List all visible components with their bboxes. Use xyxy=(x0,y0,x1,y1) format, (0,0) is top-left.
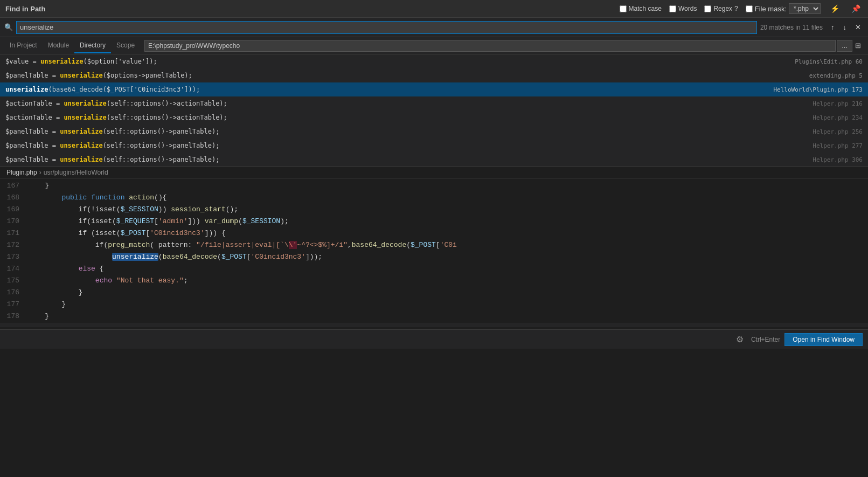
line-content: public function action(){ xyxy=(28,192,868,204)
line-content: else { xyxy=(28,264,868,275)
code-line-170: 170 if(isset($_REQUEST['admin'])) var_du… xyxy=(0,216,868,228)
code-line-172: 172 if(preg_match( pattern: "/file|asser… xyxy=(0,240,868,252)
result-item[interactable]: $panelTable = unserialize(self::options(… xyxy=(0,125,868,139)
line-number: 177 xyxy=(0,299,28,310)
result-code: $panelTable = unserialize($options->pane… xyxy=(5,72,804,79)
toolbar-title: Find in Path xyxy=(5,5,45,13)
tab-directory[interactable]: Directory xyxy=(74,38,111,53)
code-line-171: 171 if (isset($_POST['C0incid3nc3'])) { xyxy=(0,228,868,240)
words-checkbox[interactable] xyxy=(669,5,676,12)
result-item[interactable]: $actionTable = unserialize(self::options… xyxy=(0,110,868,125)
result-file: HelloWorld\Plugin.php 173 xyxy=(773,86,863,93)
next-match-button[interactable]: ↓ xyxy=(841,22,850,32)
line-content: if(isset($_REQUEST['admin'])) var_dump($… xyxy=(28,216,868,227)
tab-scope[interactable]: Scope xyxy=(111,38,140,53)
results-list: $value = unserialize($option['value']); … xyxy=(0,54,868,167)
line-content: unserialize(base64_decode($_POST['C0inci… xyxy=(28,252,868,263)
code-line-178: 178 } xyxy=(0,311,868,323)
line-number: 178 xyxy=(0,311,28,322)
horizontal-scrollbar[interactable] xyxy=(0,323,868,327)
regex-label: Regex xyxy=(713,5,732,12)
line-number: 176 xyxy=(0,287,28,299)
words-option[interactable]: Words xyxy=(669,5,697,12)
result-code: $panelTable = unserialize(self::options(… xyxy=(5,156,807,163)
file-mask-checkbox[interactable] xyxy=(746,5,753,12)
result-code: $actionTable = unserialize(self::options… xyxy=(5,114,807,121)
directory-input[interactable] xyxy=(144,40,836,52)
words-label: Words xyxy=(678,5,697,12)
code-line-174: 174 else { xyxy=(0,264,868,275)
breadcrumb: Plugin.php › usr/plugins/HelloWorld xyxy=(0,167,868,178)
result-file: Plugins\Edit.php 60 xyxy=(795,58,863,65)
regex-suffix: ? xyxy=(734,5,738,12)
line-number: 168 xyxy=(0,192,28,204)
find-toolbar: Find in Path Match case Words Regex? Fil… xyxy=(0,0,868,18)
line-content: } xyxy=(28,287,868,299)
result-file: Helper.php 306 xyxy=(813,156,863,163)
line-number: 172 xyxy=(0,240,28,251)
search-input[interactable] xyxy=(16,21,757,34)
match-count: 20 matches in 11 files xyxy=(760,24,823,31)
line-number: 170 xyxy=(0,216,28,227)
line-content: if(preg_match( pattern: "/file|assert|ev… xyxy=(28,240,868,251)
line-content: } xyxy=(28,181,868,192)
result-code: $panelTable = unserialize(self::options(… xyxy=(5,128,807,135)
file-mask-select[interactable]: *.php xyxy=(789,3,821,14)
result-item[interactable]: $panelTable = unserialize(self::options(… xyxy=(0,139,868,153)
code-line-176: 176 } xyxy=(0,287,868,299)
result-code: unserialize(base64_decode($_POST['C0inci… xyxy=(5,86,768,93)
line-content: } xyxy=(28,299,868,310)
result-item[interactable]: $value = unserialize($option['value']); … xyxy=(0,54,868,68)
result-code: $actionTable = unserialize(self::options… xyxy=(5,100,807,107)
line-number: 174 xyxy=(0,264,28,275)
bottom-bar: ⚙ Ctrl+Enter Open in Find Window xyxy=(0,329,868,349)
directory-list-button[interactable]: ⊞ xyxy=(852,40,864,52)
result-file: Helper.php 277 xyxy=(813,142,863,149)
code-editor[interactable]: 167 } 168 public function action(){ 169 … xyxy=(0,178,868,329)
tab-in-project[interactable]: In Project xyxy=(4,38,43,53)
search-bar: 🔍 20 matches in 11 files ↑ ↓ ✕ xyxy=(0,18,868,37)
line-content: echo "Not that easy."; xyxy=(28,275,868,287)
scope-tabs-bar: In Project Module Directory Scope ... ⊞ xyxy=(0,37,868,54)
pin-button[interactable]: 📌 xyxy=(849,3,863,14)
result-file: extending.php 5 xyxy=(809,72,863,79)
gear-button[interactable]: ⚙ xyxy=(733,333,747,345)
code-line-177: 177 } xyxy=(0,299,868,311)
line-number: 173 xyxy=(0,252,28,263)
line-number: 175 xyxy=(0,275,28,287)
close-search-button[interactable]: ✕ xyxy=(852,22,864,32)
browse-directory-button[interactable]: ... xyxy=(837,40,852,52)
line-content: } xyxy=(28,311,868,322)
line-number: 167 xyxy=(0,181,28,192)
result-item[interactable]: $panelTable = unserialize($options->pane… xyxy=(0,68,868,82)
shortcut-label: Ctrl+Enter xyxy=(751,336,780,343)
result-file: Helper.php 234 xyxy=(813,114,863,121)
search-icon: 🔍 xyxy=(4,23,13,31)
code-line-173: 173 unserialize(base64_decode($_POST['C0… xyxy=(0,252,868,264)
match-case-option[interactable]: Match case xyxy=(620,5,662,12)
open-in-find-window-button[interactable]: Open in Find Window xyxy=(784,333,863,346)
code-line-169: 169 if(!isset($_SESSION)) session_start(… xyxy=(0,204,868,216)
result-item-selected[interactable]: unserialize(base64_decode($_POST['C0inci… xyxy=(0,82,868,96)
regex-checkbox[interactable] xyxy=(704,5,711,12)
result-code: $panelTable = unserialize(self::options(… xyxy=(5,142,807,149)
regex-option[interactable]: Regex? xyxy=(704,5,738,12)
result-item[interactable]: $actionTable = unserialize(self::options… xyxy=(0,96,868,110)
result-file: Helper.php 256 xyxy=(813,128,863,135)
breadcrumb-path: usr/plugins/HelloWorld xyxy=(44,169,108,176)
code-line-167: 167 } xyxy=(0,181,868,192)
code-line-168: 168 public function action(){ xyxy=(0,192,868,204)
result-file: Helper.php 216 xyxy=(813,100,863,107)
code-line-175: 175 echo "Not that easy."; xyxy=(0,275,868,287)
tab-module[interactable]: Module xyxy=(43,38,74,53)
filter-button[interactable]: ⚡ xyxy=(828,3,842,14)
prev-match-button[interactable]: ↑ xyxy=(828,22,837,32)
breadcrumb-file: Plugin.php xyxy=(6,169,37,176)
match-case-checkbox[interactable] xyxy=(620,5,627,12)
result-code: $value = unserialize($option['value']); xyxy=(5,58,789,65)
line-number: 169 xyxy=(0,204,28,216)
file-mask-group: File mask: *.php xyxy=(746,3,821,14)
result-item[interactable]: $panelTable = unserialize(self::options(… xyxy=(0,153,868,167)
line-content: if (isset($_POST['C0incid3nc3'])) { xyxy=(28,228,868,239)
line-number: 171 xyxy=(0,228,28,239)
